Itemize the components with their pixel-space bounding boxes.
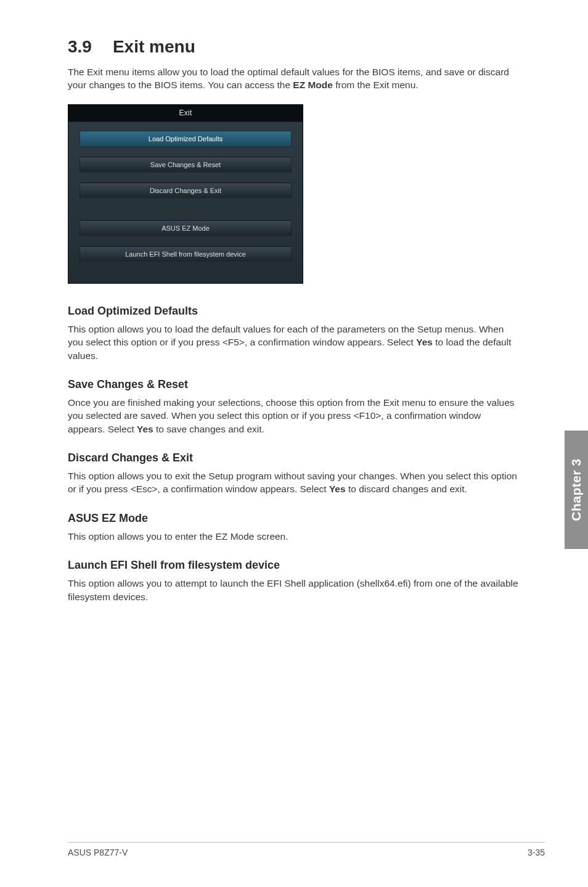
heading-launch-efi-shell: Launch EFI Shell from filesystem device — [68, 559, 520, 572]
bios-save-changes-reset-button[interactable]: Save Changes & Reset — [80, 157, 292, 173]
para-discard-changes-exit: This option allows you to exit the Setup… — [68, 469, 520, 496]
intro-part1: The Exit menu items allow you to load th… — [68, 67, 509, 90]
bios-exit-panel: Exit Load Optimized Defaults Save Change… — [68, 104, 303, 284]
heading-save-changes-reset: Save Changes & Reset — [68, 378, 520, 391]
footer-right: 3-35 — [528, 848, 545, 857]
section-title: 3.9Exit menu — [68, 37, 520, 57]
para-launch-efi-shell: This option allows you to attempt to lau… — [68, 577, 520, 603]
intro-bold: EZ Mode — [293, 80, 333, 90]
section-number: 3.9 — [68, 37, 92, 57]
footer-left: ASUS P8Z77-V — [68, 848, 128, 857]
save-p2: to save changes and exit. — [153, 424, 264, 434]
bios-body: Load Optimized Defaults Save Changes & R… — [68, 122, 303, 262]
chapter-side-tab: Chapter 3 — [565, 431, 588, 549]
bios-asus-ez-mode-button[interactable]: ASUS EZ Mode — [80, 220, 292, 236]
para-asus-ez-mode: This option allows you to enter the EZ M… — [68, 530, 520, 543]
page-footer: ASUS P8Z77-V 3-35 — [68, 842, 545, 857]
save-bold: Yes — [137, 424, 153, 434]
bios-load-optimized-defaults-button[interactable]: Load Optimized Defaults — [80, 131, 292, 147]
discard-bold: Yes — [329, 484, 346, 494]
heading-load-optimized-defaults: Load Optimized Defaults — [68, 305, 520, 318]
save-p1: Once you are finished making your select… — [68, 397, 515, 434]
para-load-optimized-defaults: This option allows you to load the defau… — [68, 323, 520, 362]
load-bold: Yes — [416, 337, 433, 347]
discard-p2: to discard changes and exit. — [346, 484, 467, 494]
bios-separator — [68, 208, 303, 209]
intro-part2: from the Exit menu. — [333, 80, 419, 90]
intro-paragraph: The Exit menu items allow you to load th… — [68, 65, 520, 92]
chapter-side-tab-label: Chapter 3 — [569, 458, 584, 521]
heading-asus-ez-mode: ASUS EZ Mode — [68, 512, 520, 525]
bios-tab-exit[interactable]: Exit — [68, 105, 303, 122]
bios-discard-changes-exit-button[interactable]: Discard Changes & Exit — [80, 183, 292, 199]
bios-launch-efi-shell-button[interactable]: Launch EFI Shell from filesystem device — [80, 246, 292, 262]
section-text: Exit menu — [113, 37, 195, 56]
heading-discard-changes-exit: Discard Changes & Exit — [68, 452, 520, 464]
para-save-changes-reset: Once you are finished making your select… — [68, 396, 520, 435]
